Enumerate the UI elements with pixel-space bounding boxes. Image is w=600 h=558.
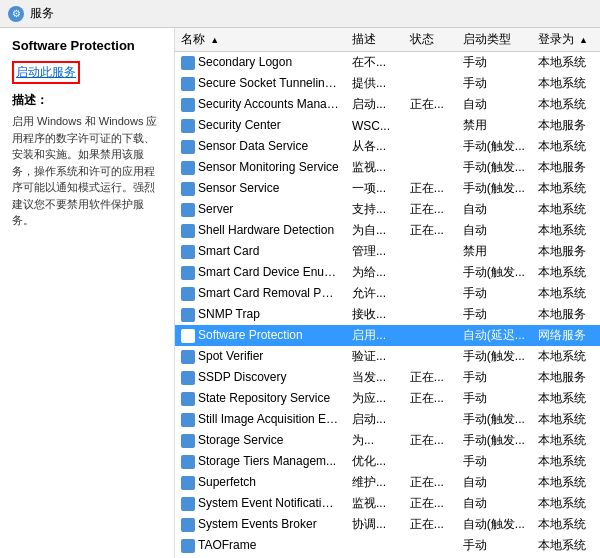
service-icon	[181, 140, 195, 154]
service-name-cell: Smart Card Removal Poli...	[175, 283, 346, 304]
service-start-cell: 手动	[457, 367, 532, 388]
service-name-cell: Security Center	[175, 115, 346, 136]
service-start-cell: 自动	[457, 472, 532, 493]
table-row[interactable]: Superfetch维护...正在...自动本地系统	[175, 472, 600, 493]
service-desc-cell: 验证...	[346, 346, 404, 367]
service-start-cell: 手动	[457, 304, 532, 325]
service-status-cell: 正在...	[404, 178, 457, 199]
service-status-cell	[404, 52, 457, 74]
service-login-cell: 本地系统	[532, 199, 600, 220]
table-row[interactable]: SSDP Discovery当发...正在...手动本地服务	[175, 367, 600, 388]
service-status-cell	[404, 157, 457, 178]
service-start-cell: 手动	[457, 451, 532, 472]
service-name-cell: Sensor Monitoring Service	[175, 157, 346, 178]
service-desc-cell: 为...	[346, 430, 404, 451]
table-row[interactable]: Software Protection启用...自动(延迟...网络服务	[175, 325, 600, 346]
service-status-cell: 正在...	[404, 493, 457, 514]
service-desc-cell: 优化...	[346, 451, 404, 472]
left-panel: Software Protection 启动此服务 描述： 启用 Windows…	[0, 28, 175, 558]
service-name-cell: TAOFrame	[175, 535, 346, 556]
col-header-desc[interactable]: 描述	[346, 28, 404, 52]
table-row[interactable]: Security Accounts Manag...启动...正在...自动本地…	[175, 94, 600, 115]
service-desc-cell: 管理...	[346, 241, 404, 262]
service-icon	[181, 98, 195, 112]
service-login-cell: 本地系统	[532, 346, 600, 367]
service-login-cell: 本地系统	[532, 535, 600, 556]
table-row[interactable]: System Events Broker协调...正在...自动(触发...本地…	[175, 514, 600, 535]
service-name-cell: Shell Hardware Detection	[175, 220, 346, 241]
service-name-cell: Server	[175, 199, 346, 220]
service-icon	[181, 413, 195, 427]
service-desc-cell: 协调...	[346, 514, 404, 535]
service-description: 启用 Windows 和 Windows 应用程序的数字许可证的下载、安装和实施…	[12, 113, 162, 229]
table-row[interactable]: Sensor Data Service从各...手动(触发...本地系统	[175, 136, 600, 157]
table-row[interactable]: Storage Service为...正在...手动(触发...本地系统	[175, 430, 600, 451]
service-status-cell: 正在...	[404, 199, 457, 220]
table-row[interactable]: Storage Tiers Managem...优化...手动本地系统	[175, 451, 600, 472]
service-login-cell: 本地系统	[532, 472, 600, 493]
service-status-cell	[404, 409, 457, 430]
col-header-name[interactable]: 名称 ▲	[175, 28, 346, 52]
col-header-status[interactable]: 状态	[404, 28, 457, 52]
service-start-cell: 手动(触发...	[457, 262, 532, 283]
service-status-cell: 正在...	[404, 94, 457, 115]
table-row[interactable]: TAOFrame手动本地系统	[175, 535, 600, 556]
col-header-start[interactable]: 启动类型	[457, 28, 532, 52]
services-window: ⚙ 服务 Software Protection 启动此服务 描述： 启用 Wi…	[0, 0, 600, 558]
table-row[interactable]: Secure Socket Tunneling ...提供...手动本地系统	[175, 73, 600, 94]
service-desc-cell: 允许...	[346, 283, 404, 304]
service-desc-cell: 接收...	[346, 304, 404, 325]
service-start-cell: 禁用	[457, 241, 532, 262]
service-desc-cell: WSC...	[346, 115, 404, 136]
service-status-cell	[404, 136, 457, 157]
service-desc-cell: 一项...	[346, 178, 404, 199]
service-icon	[181, 455, 195, 469]
col-header-login[interactable]: 登录为 ▲	[532, 28, 600, 52]
table-row[interactable]: Shell Hardware Detection为自...正在...自动本地系统	[175, 220, 600, 241]
service-icon	[181, 224, 195, 238]
service-status-cell	[404, 115, 457, 136]
table-row[interactable]: System Event Notification...监视...正在...自动…	[175, 493, 600, 514]
service-login-cell: 本地服务	[532, 367, 600, 388]
table-row[interactable]: State Repository Service为应...正在...手动本地系统	[175, 388, 600, 409]
service-start-cell: 自动(触发...	[457, 514, 532, 535]
service-name-cell: System Event Notification...	[175, 493, 346, 514]
service-login-cell: 本地服务	[532, 157, 600, 178]
service-status-cell: 正在...	[404, 220, 457, 241]
table-row[interactable]: SNMP Trap接收...手动本地服务	[175, 304, 600, 325]
table-row[interactable]: Sensor Monitoring Service监视...手动(触发...本地…	[175, 157, 600, 178]
service-start-cell: 手动(触发...	[457, 409, 532, 430]
service-status-cell	[404, 241, 457, 262]
service-login-cell: 本地系统	[532, 493, 600, 514]
service-name-cell: Storage Service	[175, 430, 346, 451]
service-icon	[181, 119, 195, 133]
service-login-cell: 本地服务	[532, 115, 600, 136]
service-status-cell: 正在...	[404, 430, 457, 451]
window-title: 服务	[30, 5, 54, 22]
service-start-cell: 手动	[457, 52, 532, 74]
service-icon	[181, 497, 195, 511]
service-login-cell: 本地系统	[532, 73, 600, 94]
service-desc-cell: 维护...	[346, 472, 404, 493]
table-row[interactable]: Spot Verifier验证...手动(触发...本地系统	[175, 346, 600, 367]
service-status-cell	[404, 346, 457, 367]
table-row[interactable]: Secondary Logon在不...手动本地系统	[175, 52, 600, 74]
service-icon	[181, 287, 195, 301]
table-row[interactable]: Smart Card Device Enum...为给...手动(触发...本地…	[175, 262, 600, 283]
service-name-cell: Sensor Data Service	[175, 136, 346, 157]
service-status-cell	[404, 283, 457, 304]
service-start-cell: 手动(触发...	[457, 178, 532, 199]
service-start-cell: 手动(触发...	[457, 157, 532, 178]
services-list-panel[interactable]: 名称 ▲ 描述 状态 启动类型 登录为	[175, 28, 600, 558]
table-row[interactable]: Sensor Service一项...正在...手动(触发...本地系统	[175, 178, 600, 199]
table-row[interactable]: Smart Card Removal Poli...允许...手动本地系统	[175, 283, 600, 304]
service-icon	[181, 518, 195, 532]
table-row[interactable]: Server支持...正在...自动本地系统	[175, 199, 600, 220]
start-service-link[interactable]: 启动此服务	[12, 61, 80, 84]
service-icon	[181, 308, 195, 322]
service-login-cell: 本地系统	[532, 283, 600, 304]
table-row[interactable]: Security CenterWSC...禁用本地服务	[175, 115, 600, 136]
table-row[interactable]: Smart Card管理...禁用本地服务	[175, 241, 600, 262]
window-icon: ⚙	[8, 6, 24, 22]
table-row[interactable]: Still Image Acquisition Ev...启动...手动(触发.…	[175, 409, 600, 430]
